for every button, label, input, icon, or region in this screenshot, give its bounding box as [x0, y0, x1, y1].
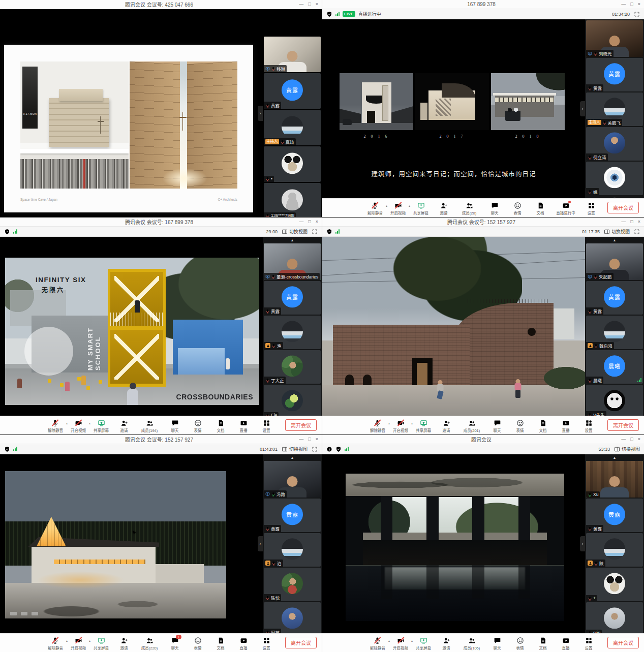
- participant-tile[interactable]: 丁大正: [264, 350, 321, 384]
- invite-button[interactable]: 邀请: [115, 637, 133, 650]
- minimize-button[interactable]: —: [299, 0, 303, 9]
- fullscreen-icon[interactable]: [312, 229, 318, 235]
- fullscreen-icon[interactable]: [634, 11, 640, 17]
- participant-tile[interactable]: 魏启鸿: [586, 316, 643, 349]
- participant-tile[interactable]: 黄露 黄露: [264, 499, 321, 532]
- chevron-up-icon[interactable]: ▴: [66, 639, 68, 642]
- live-button[interactable]: 直播: [235, 419, 252, 433]
- switch-view-button[interactable]: 切换视图: [604, 228, 630, 235]
- collapse-sidebar-handle[interactable]: [580, 536, 585, 551]
- members-button[interactable]: 成员(194): [138, 419, 161, 433]
- participant-tile[interactable]: 泊: [264, 533, 321, 567]
- start-video-button[interactable]: 开启视频: [392, 637, 409, 650]
- fullscreen-icon[interactable]: [634, 229, 640, 235]
- close-button[interactable]: ×: [316, 435, 318, 444]
- chat-button[interactable]: 聊天: [488, 419, 506, 433]
- maximize-button[interactable]: □: [630, 435, 633, 444]
- collapse-sidebar-handle[interactable]: [258, 106, 263, 121]
- start-video-button[interactable]: 开启视频: [70, 419, 87, 433]
- chevron-up-icon[interactable]: ▴: [388, 639, 390, 642]
- switch-view-button[interactable]: 切换视图: [614, 446, 640, 452]
- docs-button[interactable]: 文档: [212, 637, 229, 650]
- leave-meeting-button[interactable]: 离开会议: [285, 419, 317, 431]
- chevron-up-icon[interactable]: ▴: [409, 204, 410, 207]
- participant-tile[interactable]: 黄露 黄露: [586, 58, 643, 91]
- participant-tile[interactable]: 渔: [264, 316, 321, 349]
- members-button[interactable]: 成员(220): [138, 637, 161, 650]
- participant-tile[interactable]: 阿苗: [264, 602, 321, 633]
- collapse-sidebar-handle[interactable]: [258, 536, 263, 551]
- close-button[interactable]: ×: [638, 435, 640, 444]
- chat-button[interactable]: 聊天: [166, 419, 183, 433]
- chat-button[interactable]: 1聊天: [166, 637, 183, 650]
- unmute-button[interactable]: 解除静音: [369, 637, 386, 650]
- minimize-button[interactable]: —: [621, 218, 626, 226]
- leave-meeting-button[interactable]: 离开会议: [607, 202, 639, 213]
- chevron-up-icon[interactable]: ▴: [411, 639, 413, 642]
- maximize-button[interactable]: □: [630, 0, 633, 9]
- switch-view-button[interactable]: 切换视图: [282, 228, 308, 235]
- chevron-up-icon[interactable]: ▴: [411, 421, 413, 425]
- start-video-button[interactable]: 开启视频: [70, 637, 87, 650]
- maximize-button[interactable]: □: [308, 435, 311, 444]
- chevron-up-icon[interactable]: [264, 455, 321, 460]
- chat-button[interactable]: 聊天: [486, 202, 503, 215]
- participant-tile[interactable]: 136****7988: [264, 183, 321, 217]
- collapse-sidebar-handle[interactable]: [580, 101, 585, 116]
- participant-tile[interactable]: 黄露 黄露: [264, 281, 321, 315]
- emoji-button[interactable]: 表情: [189, 637, 206, 650]
- participant-tile[interactable]: 主持人真琦: [264, 110, 321, 145]
- unmute-button[interactable]: 解除静音: [47, 637, 64, 650]
- chat-button[interactable]: 聊天: [488, 637, 506, 650]
- invite-button[interactable]: 邀请: [435, 202, 452, 215]
- chevron-up-icon[interactable]: [586, 455, 643, 460]
- share-screen-button[interactable]: 共享屏幕: [415, 419, 432, 433]
- share-screen-button[interactable]: 共享屏幕: [412, 202, 430, 215]
- participant-tile[interactable]: 晨曦 晨曦: [586, 350, 643, 384]
- chevron-up-icon[interactable]: ▴: [386, 204, 387, 207]
- live-button[interactable]: 直播: [235, 637, 252, 650]
- invite-button[interactable]: 邀请: [438, 419, 455, 433]
- participant-tile[interactable]: Xu: [586, 461, 643, 498]
- apps-button[interactable]: 设置: [580, 419, 597, 433]
- maximize-button[interactable]: □: [308, 218, 311, 226]
- participant-tile[interactable]: 黄露 黄露: [586, 499, 643, 532]
- participant-tile[interactable]: 朱起鹏: [586, 243, 643, 280]
- participant-tile[interactable]: erin: [586, 602, 643, 633]
- participant-tile[interactable]: 刘晓光: [586, 20, 643, 57]
- participant-tile[interactable]: 陕: [586, 533, 643, 567]
- unmute-button[interactable]: 解除静音: [366, 202, 384, 215]
- emoji-button[interactable]: 表情: [509, 202, 526, 215]
- live-button[interactable]: 直播: [557, 419, 574, 433]
- close-button[interactable]: ×: [316, 0, 318, 9]
- docs-button[interactable]: 文档: [212, 419, 229, 433]
- switch-view-button[interactable]: 切换视图: [282, 446, 308, 452]
- close-button[interactable]: ×: [638, 0, 640, 9]
- unmute-button[interactable]: 解除静音: [47, 419, 64, 433]
- maximize-button[interactable]: □: [630, 218, 633, 226]
- start-video-button[interactable]: 开启视频: [389, 202, 407, 215]
- emoji-button[interactable]: 表情: [189, 419, 206, 433]
- live-button[interactable]: 直播进行中: [555, 202, 577, 215]
- apps-button[interactable]: 设置: [580, 637, 597, 650]
- close-button[interactable]: ×: [638, 218, 640, 226]
- participant-tile[interactable]: 倪立涛: [586, 127, 643, 161]
- invite-button[interactable]: 邀请: [438, 637, 455, 650]
- apps-button[interactable]: 设置: [582, 202, 600, 215]
- members-button[interactable]: 成员(20): [458, 202, 480, 215]
- chevron-up-icon[interactable]: ▴: [66, 421, 68, 425]
- participant-tile[interactable]: 黄露 黄露: [586, 281, 643, 315]
- apps-button[interactable]: 设置: [258, 419, 275, 433]
- participant-tile[interactable]: V先生: [586, 385, 643, 416]
- docs-button[interactable]: 文档: [534, 637, 551, 650]
- leave-meeting-button[interactable]: 离开会议: [607, 637, 639, 648]
- chevron-up-icon[interactable]: ▴: [388, 421, 390, 425]
- share-screen-button[interactable]: 共享屏幕: [93, 637, 110, 650]
- members-button[interactable]: 成员(201): [461, 419, 483, 433]
- participant-tile[interactable]: 姚: [586, 162, 643, 195]
- minimize-button[interactable]: —: [621, 435, 626, 444]
- apps-button[interactable]: 设置: [258, 637, 275, 650]
- leave-meeting-button[interactable]: 离开会议: [607, 419, 639, 431]
- participant-tile[interactable]: 董灏-crossboundaries: [264, 243, 321, 280]
- maximize-button[interactable]: □: [308, 0, 311, 9]
